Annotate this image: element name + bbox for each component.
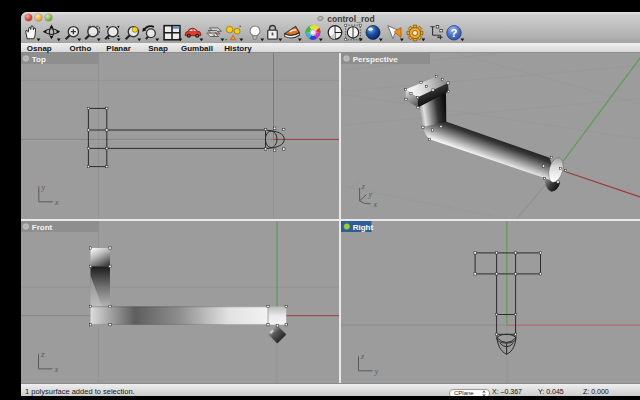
svg-text:z: z: [361, 182, 366, 191]
svg-text:y: y: [41, 183, 46, 192]
svg-text:Front: Front: [32, 222, 53, 231]
svg-text:z: z: [360, 352, 365, 361]
svg-text:y: y: [374, 366, 379, 375]
svg-text:Right: Right: [353, 222, 374, 231]
svg-text:x: x: [54, 364, 59, 373]
svg-text:Top: Top: [32, 55, 46, 64]
svg-text:y: y: [368, 190, 373, 199]
svg-text:?: ?: [451, 27, 458, 39]
svg-text:x: x: [54, 198, 59, 207]
svg-text:x: x: [373, 200, 378, 209]
svg-text:Perspective: Perspective: [353, 55, 398, 64]
svg-text:z: z: [40, 350, 45, 359]
